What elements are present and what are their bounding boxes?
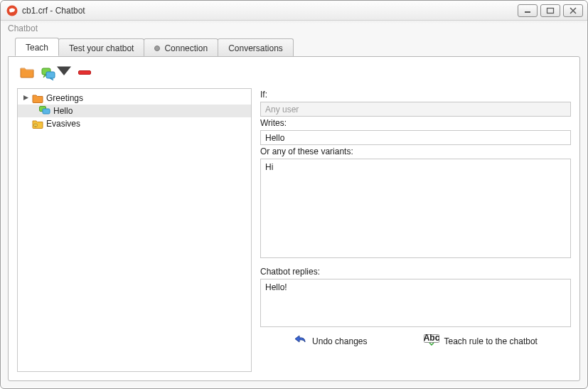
svg-text:Abc: Abc [424,334,439,343]
tabstrip: Teach Test your chatbot Connection Conve… [15,38,580,56]
undo-icon [294,334,308,348]
menu-chatbot[interactable]: Chatbot [8,23,38,33]
svg-point-9 [36,124,36,125]
tab-test[interactable]: Test your chatbot [58,38,144,57]
tab-connection[interactable]: Connection [144,38,218,57]
spacer [260,258,571,265]
replies-textarea[interactable] [260,279,571,327]
variants-textarea[interactable] [260,159,571,258]
teach-button[interactable]: Abc Teach rule to the chatbot [424,334,537,348]
teach-label: Teach rule to the chatbot [444,336,537,346]
if-label: If: [260,90,571,100]
tree-item-label: Evasives [46,119,80,129]
collapse-icon[interactable] [22,95,29,102]
writes-field[interactable] [260,130,571,145]
writes-label: Writes: [260,118,571,128]
folder-special-icon [32,119,43,129]
maximize-button[interactable] [540,4,560,17]
window-controls [518,4,583,17]
dropdown-caret-icon [57,65,71,80]
close-button[interactable] [563,4,583,17]
tree-item-hello[interactable]: Hello [18,105,251,117]
tab-label: Connection [164,43,208,53]
tree-item-greetings[interactable]: Greetings [18,92,251,105]
new-rule-button[interactable] [41,65,71,80]
svg-rect-2 [547,8,554,13]
svg-rect-4 [46,72,55,78]
undo-label: Undo changes [312,336,367,346]
folder-icon [32,93,43,103]
tab-label: Test your chatbot [69,43,134,53]
menubar: Chatbot [1,21,587,36]
tab-conversations[interactable]: Conversations [218,38,294,57]
status-dot-icon [154,46,160,51]
if-field[interactable] [260,102,571,117]
minimize-button[interactable] [518,4,538,17]
panel-toolbar [17,64,571,81]
tree-item-label: Greetings [46,93,83,103]
variants-label: Or any of these variants: [260,146,571,156]
svg-rect-1 [525,11,530,13]
window-title: cb1.crf - Chatbot [22,6,85,16]
undo-button[interactable]: Undo changes [294,334,367,348]
new-folder-button[interactable] [20,65,34,80]
svg-rect-6 [43,109,50,114]
replies-label: Chatbot replies: [260,267,571,277]
tab-label: Teach [26,43,48,53]
svg-point-8 [35,124,36,125]
chat-icon [39,106,50,116]
rule-form: If: Writes: Or any of these variants: Ch… [260,88,571,372]
app-window: cb1.crf - Chatbot Chatbot Teach Test you… [0,0,588,389]
tree-item-label: Hello [53,106,73,116]
delete-button[interactable] [78,70,91,75]
abc-icon: Abc [424,334,439,348]
tree-view[interactable]: Greetings Hello [17,88,252,372]
form-actions: Undo changes Abc Teach rule to the chatb [260,334,571,348]
app-icon [6,5,18,16]
tab-teach[interactable]: Teach [15,38,59,56]
client-area: Teach Test your chatbot Connection Conve… [8,38,580,381]
titlebar: cb1.crf - Chatbot [1,1,587,21]
panel-content: Greetings Hello [17,88,571,372]
tree-item-evasives[interactable]: Evasives [18,117,251,130]
tab-label: Conversations [228,43,283,53]
teach-panel: Greetings Hello [8,56,580,381]
